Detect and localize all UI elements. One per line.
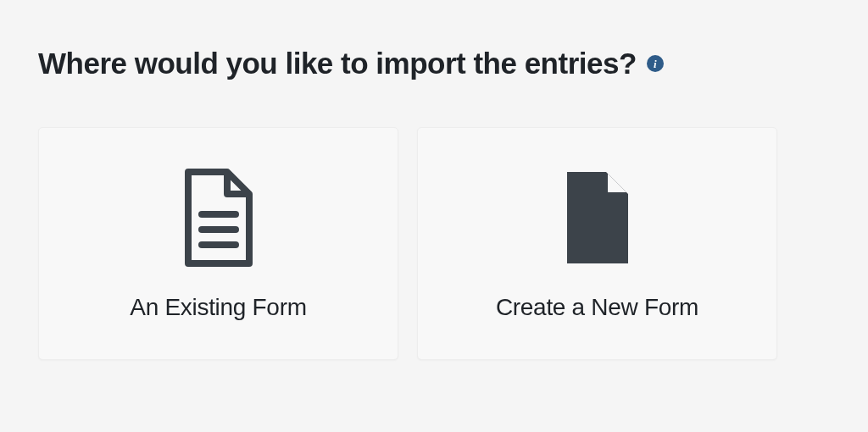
- document-outline-icon: [168, 167, 270, 269]
- existing-form-card[interactable]: An Existing Form: [38, 127, 398, 360]
- existing-form-label: An Existing Form: [130, 294, 306, 321]
- document-filled-icon: [547, 167, 648, 269]
- option-cards: An Existing Form Create a New Form: [38, 127, 830, 360]
- info-icon[interactable]: i: [647, 55, 664, 72]
- create-new-form-label: Create a New Form: [496, 294, 698, 321]
- create-new-form-card[interactable]: Create a New Form: [417, 127, 777, 360]
- page-title: Where would you like to import the entri…: [38, 47, 637, 80]
